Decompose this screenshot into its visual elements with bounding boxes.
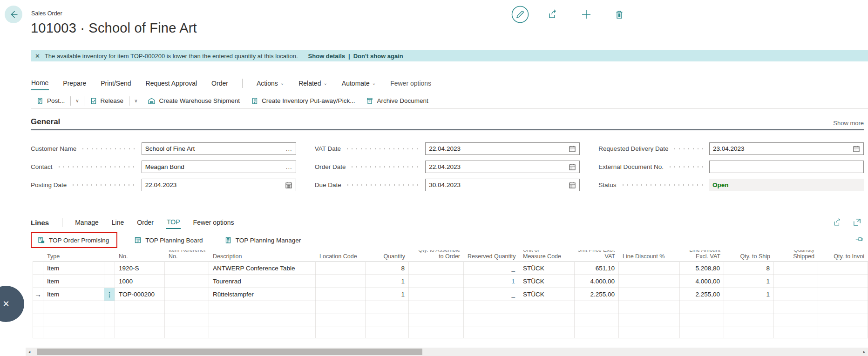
lookup-button[interactable]: ...: [286, 145, 292, 152]
row-options-button[interactable]: ⋮: [104, 288, 115, 301]
tab-automate[interactable]: Automate⌄: [341, 77, 376, 90]
row-selector[interactable]: [33, 262, 43, 275]
top-planning-manager-button[interactable]: TOP Planning Manager: [220, 234, 306, 247]
table-row[interactable]: Item 1920-S ANTWERP Conference Table 8 _…: [33, 262, 868, 275]
external-document-no-input[interactable]: [709, 161, 864, 173]
open-in-window-icon[interactable]: [853, 218, 861, 227]
pin-icon[interactable]: [855, 235, 863, 243]
cell-location-code[interactable]: [316, 275, 366, 288]
cell-no[interactable]: TOP-000200: [115, 288, 165, 301]
cell-uom[interactable]: STÜCK: [519, 262, 575, 275]
table-row-empty[interactable]: [33, 327, 868, 338]
back-button[interactable]: [5, 6, 22, 23]
col-qty-to-invoice[interactable]: Qty. to Invoi: [818, 250, 868, 262]
cell-description[interactable]: Rüttelstampfer: [209, 288, 316, 301]
customer-name-input[interactable]: School of Fine Art ...: [142, 142, 296, 155]
cell-location-code[interactable]: [316, 262, 366, 275]
cell-type[interactable]: Item: [43, 262, 104, 275]
lines-fewer-options-button[interactable]: Fewer options: [193, 216, 235, 228]
cell-quantity-shipped[interactable]: [774, 288, 818, 301]
cell-line-discount[interactable]: [619, 262, 680, 275]
cell-qty-to-invoice[interactable]: [818, 275, 868, 288]
col-line-amount-excl-vat[interactable]: Line AmountExcl. VAT: [680, 250, 724, 262]
cell-line-discount[interactable]: [619, 275, 680, 288]
lines-heading[interactable]: Lines: [31, 219, 49, 227]
tab-related[interactable]: Related⌄: [298, 77, 328, 90]
cell-item-reference-no[interactable]: [165, 275, 209, 288]
posting-date-input[interactable]: 22.04.2023: [142, 179, 296, 191]
cell-menu[interactable]: [104, 275, 115, 288]
col-quantity-shipped[interactable]: QuantityShipped: [774, 250, 818, 262]
cell-reserved-quantity[interactable]: _: [464, 262, 519, 275]
scroll-right-icon[interactable]: ▸: [861, 349, 868, 354]
top-planning-board-button[interactable]: TOP Planning Board: [129, 234, 207, 247]
new-document-button[interactable]: [577, 6, 595, 23]
calendar-icon[interactable]: [569, 181, 576, 189]
post-dropdown-button[interactable]: ∨: [71, 98, 83, 103]
cell-line-amount[interactable]: 4.000,00: [680, 275, 724, 288]
calendar-icon[interactable]: [569, 145, 576, 153]
fewer-options-button[interactable]: Fewer options: [390, 77, 432, 90]
lines-tab-manage[interactable]: Manage: [75, 216, 99, 228]
cell-type[interactable]: Item: [43, 275, 104, 288]
cell-quantity-shipped[interactable]: [774, 262, 818, 275]
cell-description[interactable]: Tourenrad: [209, 275, 316, 288]
table-row-empty[interactable]: [33, 314, 868, 327]
scroll-left-icon[interactable]: ◂: [26, 349, 33, 354]
col-reserved-quantity[interactable]: Reserved Quantity: [464, 250, 519, 262]
cell-unit-price[interactable]: 2.255,00: [575, 288, 619, 301]
col-quantity[interactable]: Quantity: [366, 250, 409, 262]
cell-location-code[interactable]: [316, 288, 366, 301]
cell-qty-to-order[interactable]: [409, 275, 464, 288]
share-icon[interactable]: [833, 218, 842, 227]
cell-quantity[interactable]: 8: [366, 262, 409, 275]
col-line-discount[interactable]: Line Discount %: [619, 250, 680, 262]
tab-prepare[interactable]: Prepare: [62, 77, 87, 90]
calendar-icon[interactable]: [853, 145, 860, 153]
cell-quantity-shipped[interactable]: [774, 275, 818, 288]
cell-description[interactable]: ANTWERP Conference Table: [209, 262, 316, 275]
table-row-current[interactable]: → Item ⋮ TOP-000200 Rüttelstampfer 1 _ S…: [33, 288, 868, 301]
cell-quantity[interactable]: 1: [366, 275, 409, 288]
col-qty-to-assemble-to-order[interactable]: Qty. to Assembleto Order: [409, 250, 464, 262]
cell-uom[interactable]: STÜCK: [519, 275, 575, 288]
cell-qty-to-ship[interactable]: 1: [724, 275, 774, 288]
lines-tab-top[interactable]: TOP: [166, 216, 181, 229]
floating-widget-bubble[interactable]: ✕: [0, 286, 24, 322]
col-item-reference-no[interactable]: Item ReferenceNo.: [165, 250, 209, 262]
col-qty-to-ship[interactable]: Qty. to Ship: [724, 250, 774, 262]
create-warehouse-shipment-button[interactable]: Create Warehouse Shipment: [142, 95, 245, 107]
calendar-icon[interactable]: [285, 181, 292, 189]
vat-date-input[interactable]: 22.04.2023: [425, 142, 580, 155]
scrollbar-thumb[interactable]: [37, 349, 422, 355]
horizontal-scrollbar[interactable]: ◂ ▸: [26, 348, 868, 356]
cell-no[interactable]: 1000: [115, 275, 165, 288]
dont-show-again-link[interactable]: Don't show again: [353, 53, 403, 60]
tab-actions[interactable]: Actions⌄: [256, 77, 285, 90]
table-row-empty[interactable]: [33, 301, 868, 314]
table-row[interactable]: Item 1000 Tourenrad 1 1 STÜCK 4.000,00 4…: [33, 275, 868, 288]
cell-reserved-quantity[interactable]: _: [464, 288, 519, 301]
col-unit-price-excl-vat[interactable]: Unit Price Excl.VAT: [575, 250, 619, 262]
close-icon[interactable]: ✕: [35, 53, 40, 60]
cell-qty-to-order[interactable]: [409, 288, 464, 301]
cell-qty-to-invoice[interactable]: [818, 288, 868, 301]
cell-menu[interactable]: [104, 262, 115, 275]
col-no[interactable]: No.: [115, 250, 165, 262]
order-date-input[interactable]: 22.04.2023: [425, 161, 580, 173]
edit-button[interactable]: [511, 6, 529, 23]
cell-line-amount[interactable]: 5.208,80: [680, 262, 724, 275]
requested-delivery-date-input[interactable]: 23.04.2023: [709, 142, 864, 155]
cell-quantity[interactable]: 1: [366, 288, 409, 301]
cell-qty-to-invoice[interactable]: [818, 262, 868, 275]
release-dropdown-button[interactable]: ∨: [129, 98, 142, 103]
col-unit-of-measure-code[interactable]: Unit ofMeasure Code: [519, 250, 575, 262]
cell-qty-to-ship[interactable]: 1: [724, 288, 774, 301]
cell-line-discount[interactable]: [619, 288, 680, 301]
cell-uom[interactable]: STÜCK: [519, 288, 575, 301]
lookup-button[interactable]: ...: [286, 163, 292, 170]
show-more-link[interactable]: Show more: [833, 120, 864, 127]
cell-item-reference-no[interactable]: [165, 262, 209, 275]
cell-unit-price[interactable]: 651,10: [575, 262, 619, 275]
col-type[interactable]: Type: [43, 250, 104, 262]
